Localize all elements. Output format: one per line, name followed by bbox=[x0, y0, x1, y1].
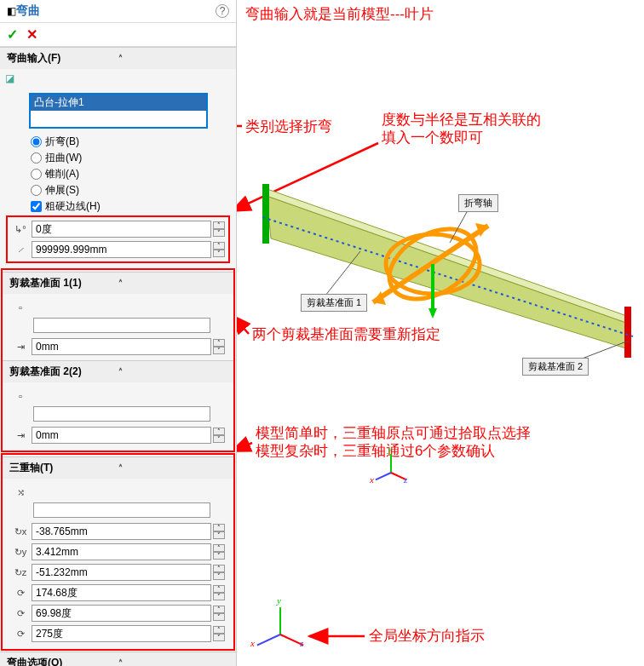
section-head-trim1[interactable]: 剪裁基准面 1(1) ˄ bbox=[3, 273, 233, 294]
svg-rect-7 bbox=[262, 184, 269, 244]
z-icon: ↻z bbox=[11, 564, 30, 581]
trim1-input[interactable] bbox=[32, 338, 211, 355]
section-head-triad[interactable]: 三重轴(T) ˄ bbox=[3, 457, 233, 479]
annotation-angle-radius: 度数与半径是互相关联的 填入一个数即可 bbox=[382, 111, 541, 147]
callout-trim1[interactable]: 剪裁基准面 1 bbox=[301, 294, 367, 312]
chevron-up-icon: ˄ bbox=[118, 278, 227, 288]
svg-line-3 bbox=[237, 443, 252, 451]
section-trim2: 剪裁基准面 2(2) ˄ ▫ ⇥ ˄˅ bbox=[3, 360, 233, 449]
trim2-input[interactable] bbox=[32, 427, 211, 444]
selected-body[interactable]: 凸台-拉伸1 bbox=[31, 95, 206, 111]
check-hard-edges[interactable] bbox=[31, 201, 42, 212]
section-trim1: 剪裁基准面 1(1) ˄ ▫ ⇥ ˄˅ bbox=[3, 272, 233, 360]
radio-bend[interactable] bbox=[31, 136, 42, 147]
svg-marker-16 bbox=[428, 308, 437, 319]
panel-header: ◧ 弯曲 ? bbox=[0, 0, 236, 23]
angle-input[interactable] bbox=[32, 221, 211, 238]
chevron-up-icon: ˄ bbox=[118, 463, 227, 473]
trim1-selection[interactable] bbox=[33, 318, 210, 333]
chevron-up-icon: ˄ bbox=[118, 367, 227, 376]
panel-title: 弯曲 bbox=[16, 3, 216, 19]
triad-x-input[interactable] bbox=[32, 523, 211, 540]
callout-bend-axis[interactable]: 折弯轴 bbox=[458, 194, 498, 212]
spin-down[interactable]: ˅ bbox=[213, 229, 225, 237]
body-selection-box[interactable]: 凸台-拉伸1 bbox=[29, 93, 208, 129]
triad-group: 三重轴(T) ˄ ⤭ ↻x˄˅ ↻y˄˅ ↻z˄˅ ⟳˄˅ ⟳˄˅ ⟳˄˅ bbox=[1, 453, 235, 651]
origin-icon: ⤭ bbox=[11, 484, 30, 501]
radio-stretch[interactable] bbox=[31, 185, 42, 196]
callout-trim2[interactable]: 剪裁基准面 2 bbox=[522, 358, 589, 376]
spin-up[interactable]: ˄ bbox=[213, 242, 225, 250]
section-flex-input: 弯曲输入(F) ˄ ◪ 凸台-拉伸1 折弯(B) 扭曲(W) 锥削(A) 伸展(… bbox=[0, 47, 236, 267]
triad-rz-input[interactable] bbox=[32, 625, 211, 642]
chevron-up-icon: ˄ bbox=[118, 658, 230, 666]
cancel-button[interactable]: ✕ bbox=[26, 26, 37, 43]
trim-planes-group: 剪裁基准面 1(1) ˄ ▫ ⇥ ˄˅ 剪裁基准面 2(2) ˄ ▫ bbox=[1, 268, 235, 452]
annotation-triad: 模型简单时，三重轴原点可通过拾取点选择 模型复杂时，三重轴通过6个参数确认 bbox=[256, 424, 531, 461]
distance-icon: ⇥ bbox=[11, 427, 30, 444]
body-icon: ◪ bbox=[5, 72, 26, 93]
property-panel: ◧ 弯曲 ? ✓ ✕ 弯曲输入(F) ˄ ◪ 凸台-拉伸1 折弯(B) 扭曲(W… bbox=[0, 0, 237, 666]
graphics-viewport[interactable]: 弯曲输入就是当前模型---叶片 类别选择折弯 度数与半径是互相关联的 填入一个数… bbox=[237, 0, 644, 666]
radio-taper[interactable] bbox=[31, 169, 42, 180]
svg-marker-5 bbox=[267, 196, 629, 349]
triad-rx-input[interactable] bbox=[32, 584, 211, 601]
radio-twist[interactable] bbox=[31, 152, 42, 164]
annotation-coord: 全局坐标方向指示 bbox=[369, 627, 485, 645]
triad-origin-selection[interactable] bbox=[33, 502, 210, 518]
trim2-selection[interactable] bbox=[33, 406, 210, 422]
section-head-trim2[interactable]: 剪裁基准面 2(2) ˄ bbox=[3, 361, 233, 382]
annotation-input: 弯曲输入就是当前模型---叶片 bbox=[245, 5, 434, 23]
distance-icon: ⇥ bbox=[11, 338, 30, 355]
section-title: 弯曲输入(F) bbox=[7, 51, 118, 66]
chevron-up-icon: ˄ bbox=[118, 54, 230, 63]
spin-down[interactable]: ˅ bbox=[213, 250, 225, 257]
plane-icon: ▫ bbox=[11, 299, 30, 316]
rz-icon: ⟳ bbox=[11, 625, 30, 642]
help-icon[interactable]: ? bbox=[216, 4, 229, 18]
y-icon: ↻y bbox=[11, 543, 30, 560]
ry-icon: ⟳ bbox=[11, 605, 30, 622]
annotation-type: 类别选择折弯 bbox=[245, 118, 332, 135]
section-head-input[interactable]: 弯曲输入(F) ˄ bbox=[0, 48, 236, 69]
angle-radius-group: ↳° ˄˅ ⟋ ˄˅ bbox=[6, 215, 230, 263]
triad-z-input[interactable] bbox=[32, 564, 211, 581]
confirm-bar: ✓ ✕ bbox=[0, 23, 236, 47]
rx-icon: ⟳ bbox=[11, 584, 30, 601]
spin-up[interactable]: ˄ bbox=[213, 221, 225, 229]
radius-icon: ⟋ bbox=[11, 241, 30, 258]
section-head-options[interactable]: 弯曲选项(O) ˄ bbox=[0, 652, 236, 666]
triad-ry-input[interactable] bbox=[32, 605, 211, 622]
section-options: 弯曲选项(O) ˄ ◆ bbox=[0, 652, 236, 666]
radius-input[interactable] bbox=[32, 241, 211, 258]
plane-icon: ▫ bbox=[11, 388, 30, 405]
section-triad: 三重轴(T) ˄ ⤭ ↻x˄˅ ↻y˄˅ ↻z˄˅ ⟳˄˅ ⟳˄˅ ⟳˄˅ bbox=[3, 456, 233, 647]
feature-icon: ◧ bbox=[7, 5, 16, 17]
triad-y-input[interactable] bbox=[32, 543, 211, 560]
angle-icon: ↳° bbox=[11, 221, 30, 238]
svg-rect-8 bbox=[624, 307, 631, 358]
model-sketch: 折弯轴 剪裁基准面 1 剪裁基准面 2 bbox=[237, 179, 644, 375]
ok-button[interactable]: ✓ bbox=[7, 26, 18, 43]
x-icon: ↻x bbox=[11, 523, 30, 540]
